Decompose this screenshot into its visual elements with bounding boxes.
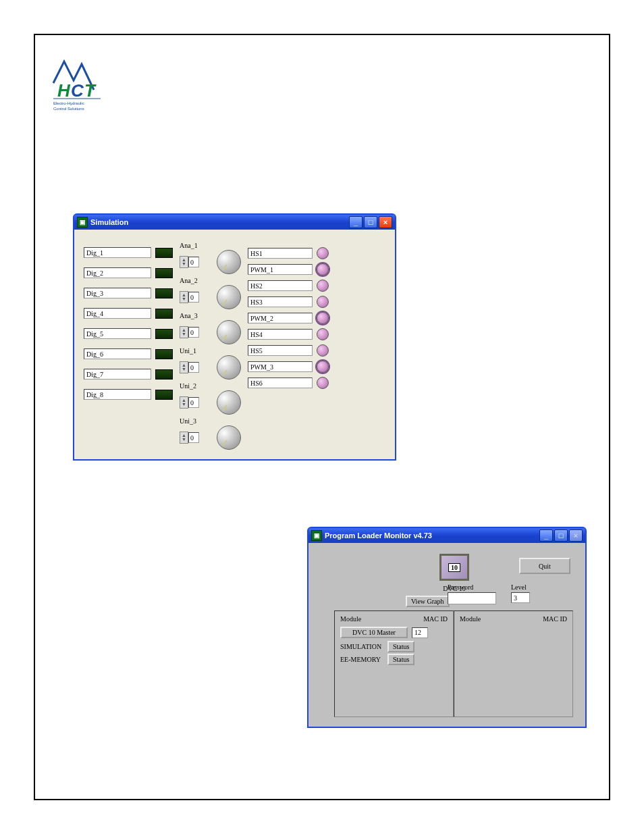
analog-label: Ana_1: [180, 242, 241, 249]
output-label[interactable]: HS5: [248, 345, 313, 356]
close-button[interactable]: ×: [379, 216, 392, 228]
outputs-column: HS1 PWM_1 HS2 HS3 PWM_2 HS4 HS5 PWM_3 HS…: [248, 242, 329, 450]
dig-led[interactable]: [155, 248, 173, 258]
output-lamp[interactable]: [317, 280, 329, 292]
quit-button[interactable]: Quit: [519, 558, 570, 574]
dig-row: Dig_2: [84, 267, 173, 278]
minimize-button[interactable]: _: [539, 529, 553, 542]
svg-text:H: H: [57, 80, 71, 101]
output-lamp[interactable]: [317, 328, 329, 340]
output-label[interactable]: HS6: [248, 377, 313, 388]
minimize-button[interactable]: _: [349, 216, 363, 228]
analog-spinner[interactable]: ▲▼0: [180, 432, 199, 444]
dig-label[interactable]: Dig_4: [84, 308, 151, 319]
dig-row: Dig_1: [84, 247, 173, 258]
password-field[interactable]: [448, 592, 496, 604]
dig-led[interactable]: [155, 349, 173, 359]
output-lamp[interactable]: [317, 361, 329, 373]
output-label[interactable]: HS3: [248, 296, 313, 307]
module-header: Module: [340, 615, 423, 623]
window-title: Simulation: [90, 218, 349, 226]
analog-row: Uni_2▲▼0: [180, 382, 241, 415]
module-column-left: ModuleMAC ID DVC 10 Master 12 SIMULATION…: [334, 610, 454, 717]
output-lamp[interactable]: [317, 312, 329, 324]
eememory-status-button[interactable]: Status: [387, 654, 414, 665]
view-graph-button[interactable]: View Graph: [406, 596, 450, 607]
digital-inputs-column: Dig_1 Dig_2 Dig_3 Dig_4 Dig_5 Dig_6 Dig_…: [84, 242, 173, 450]
analog-spinner[interactable]: ▲▼0: [180, 396, 199, 409]
maximize-button[interactable]: □: [554, 529, 568, 542]
macid-field[interactable]: 12: [412, 627, 428, 638]
output-row: HS4: [248, 328, 329, 340]
svg-text:C: C: [71, 80, 84, 101]
dig-led[interactable]: [155, 329, 173, 339]
analog-row: Uni_1▲▼0: [180, 347, 241, 380]
dig-label[interactable]: Dig_8: [84, 389, 151, 400]
output-lamp[interactable]: [317, 344, 329, 357]
plm-titlebar[interactable]: ▣ Program Loader Monitor v4.73 _ □ ×: [308, 528, 585, 543]
dig-led[interactable]: [155, 309, 173, 319]
simulation-titlebar[interactable]: ▣ Simulation _ □ ×: [74, 215, 395, 230]
output-label[interactable]: HS4: [248, 329, 313, 340]
output-row: PWM_1: [248, 263, 329, 276]
dig-label[interactable]: Dig_7: [84, 369, 151, 380]
analog-spinner[interactable]: ▲▼0: [180, 256, 199, 268]
dig-label[interactable]: Dig_3: [84, 288, 151, 298]
module-row: DVC 10 Master 12: [340, 627, 448, 638]
dig-label[interactable]: Dig_6: [84, 348, 151, 359]
output-row: HS3: [248, 296, 329, 308]
analog-knob[interactable]: [217, 390, 241, 415]
dig-led[interactable]: [155, 268, 173, 278]
level-field[interactable]: 3: [511, 592, 530, 603]
analog-knob[interactable]: [217, 320, 241, 344]
output-label[interactable]: HS1: [248, 248, 313, 259]
output-row: PWM_3: [248, 361, 329, 373]
dig-row: Dig_4: [84, 308, 173, 319]
output-label[interactable]: PWM_2: [248, 313, 313, 323]
maximize-button[interactable]: □: [364, 216, 377, 228]
output-label[interactable]: HS2: [248, 280, 313, 291]
dig-led[interactable]: [155, 288, 173, 298]
simulation-status-row: SIMULATION Status: [340, 641, 448, 652]
simulation-status-button[interactable]: Status: [387, 641, 414, 652]
dig-label[interactable]: Dig_1: [84, 247, 151, 258]
dvc10-master-button[interactable]: DVC 10 Master: [340, 627, 408, 638]
analog-spinner[interactable]: ▲▼0: [180, 326, 199, 338]
analog-knob[interactable]: [217, 355, 241, 380]
output-lamp[interactable]: [317, 296, 329, 308]
output-lamp[interactable]: [317, 263, 329, 276]
output-lamp[interactable]: [317, 377, 329, 389]
dig-led[interactable]: [155, 390, 173, 400]
analog-row: Uni_3▲▼0: [180, 417, 241, 450]
level-group: Level 3: [511, 583, 530, 604]
analog-inputs-column: Ana_1▲▼0 Ana_2▲▼0 Ana_3▲▼0 Uni_1▲▼0 Uni_…: [180, 242, 241, 450]
analog-label: Uni_1: [180, 347, 241, 355]
analog-row: Ana_3▲▼0: [180, 312, 241, 344]
output-lamp[interactable]: [317, 247, 329, 259]
analog-knob[interactable]: [217, 425, 241, 450]
dvc10-icon: 10: [439, 554, 469, 581]
dig-row: Dig_8: [84, 389, 173, 400]
analog-label: Uni_3: [180, 417, 241, 425]
analog-knob[interactable]: [217, 285, 241, 309]
analog-knob[interactable]: [217, 250, 241, 274]
analog-row: Ana_2▲▼0: [180, 277, 241, 309]
output-row: HS1: [248, 247, 329, 259]
dig-row: Dig_6: [84, 348, 173, 359]
output-row: PWM_2: [248, 312, 329, 324]
dig-label[interactable]: Dig_5: [84, 328, 151, 339]
window-icon: ▣: [311, 530, 322, 541]
password-group: Password: [448, 583, 496, 604]
svg-text:Control Solutions: Control Solutions: [53, 107, 84, 111]
dig-led[interactable]: [155, 369, 173, 380]
analog-label: Ana_3: [180, 312, 241, 319]
dig-label[interactable]: Dig_2: [84, 267, 151, 278]
dig-row: Dig_7: [84, 369, 173, 380]
output-label[interactable]: PWM_3: [248, 361, 313, 372]
macid-header: MAC ID: [543, 615, 567, 623]
svg-text:Electro-Hydraulic: Electro-Hydraulic: [53, 101, 84, 105]
analog-spinner[interactable]: ▲▼0: [180, 361, 199, 373]
output-label[interactable]: PWM_1: [248, 264, 313, 275]
analog-spinner[interactable]: ▲▼0: [180, 291, 199, 303]
output-row: HS2: [248, 280, 329, 292]
